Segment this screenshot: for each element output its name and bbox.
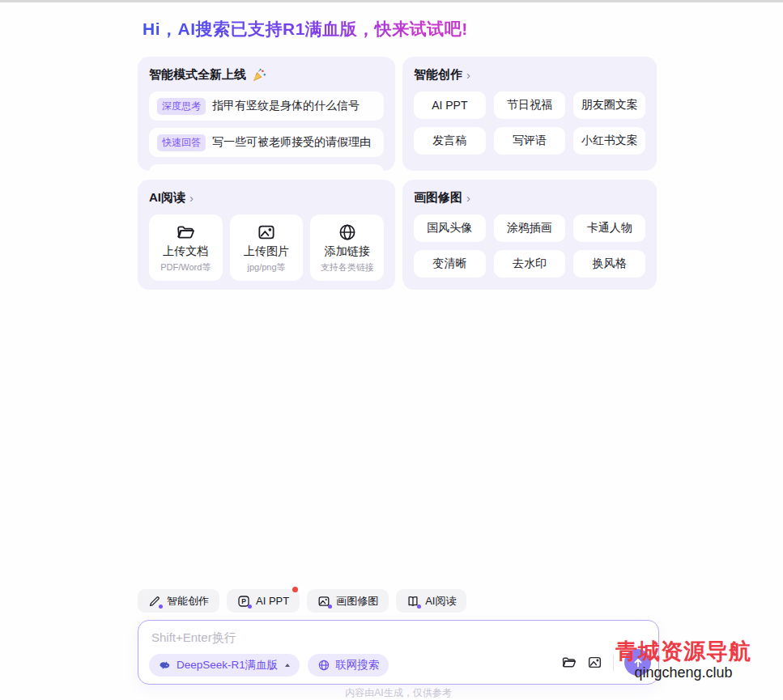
attach-file-button[interactable] — [561, 655, 577, 670]
image-editing-card-header[interactable]: 画图修图 › — [414, 190, 645, 206]
whale-icon — [159, 659, 172, 672]
send-button[interactable] — [624, 649, 651, 676]
send-arrow-icon — [632, 656, 645, 669]
web-search-toggle[interactable]: 联网搜索 — [308, 654, 389, 677]
ai-creation-card-header[interactable]: 智能创作 › — [414, 67, 645, 83]
image-icon — [257, 223, 276, 242]
tile-sublabel: 支持各类链接 — [321, 261, 374, 274]
toolbar-item-ai-reading[interactable]: AI阅读 — [396, 589, 466, 613]
image-editing-card: 画图修图 › 国风头像 涂鸦插画 卡通人物 变清晰 去水印 换风格 — [402, 180, 657, 290]
accent-dot — [328, 605, 332, 609]
upload-document-tile[interactable]: 上传文档 PDF/Word等 — [149, 214, 223, 281]
creation-button-ai-ppt[interactable]: AI PPT — [414, 91, 486, 119]
toolbar-item-label: 智能创作 — [167, 594, 209, 609]
page-title: Hi，AI搜索已支持R1满血版，快来试试吧! — [143, 18, 468, 40]
suggestion-row-clipped[interactable] — [149, 164, 384, 171]
toolbar-item-label: 画图修图 — [336, 594, 378, 609]
drawing-button-grid: 国风头像 涂鸦插画 卡通人物 变清晰 去水印 换风格 — [414, 214, 645, 278]
tile-label: 上传图片 — [244, 244, 289, 259]
folder-icon — [561, 655, 577, 670]
drawing-button-remove-watermark[interactable]: 去水印 — [494, 250, 566, 278]
ai-reading-card-header[interactable]: AI阅读 › — [149, 190, 384, 206]
ai-reading-card: AI阅读 › 上传文档 PDF/Word等 上传图片 jpg/png等 — [138, 180, 395, 290]
caret-up-icon — [285, 664, 290, 667]
tile-label: 上传文档 — [163, 244, 208, 259]
notification-dot — [292, 587, 298, 592]
ppt-icon: P — [237, 595, 250, 608]
ai-creation-title: 智能创作 — [414, 67, 462, 83]
chevron-right-icon: › — [466, 68, 470, 82]
accent-dot — [417, 605, 421, 609]
tile-label: 添加链接 — [325, 244, 370, 259]
web-search-label: 联网搜索 — [335, 658, 379, 672]
feature-toolbar: 智能创作 P AI PPT 画图修图 — [138, 589, 466, 613]
drawing-button-guofeng-avatar[interactable]: 国风头像 — [414, 214, 486, 242]
ai-reading-title: AI阅读 — [149, 190, 185, 206]
toolbar-item-label: AI PPT — [256, 595, 289, 607]
attach-image-button[interactable] — [587, 655, 602, 670]
suggestion-row[interactable]: 深度思考 指甲有竖纹是身体的什么信号 — [149, 91, 384, 121]
top-loading-bar — [0, 0, 783, 2]
input-placeholder: Shift+Enter换行 — [151, 630, 236, 646]
accent-dot — [159, 605, 163, 609]
smart-mode-card: 智能模式全新上线 深度思考 指甲有竖纹是身体的什么信号 快速回答 写一些可被老师… — [138, 57, 395, 171]
globe-icon — [338, 223, 357, 242]
suggestion-row[interactable]: 快速回答 写一些可被老师接受的请假理由 — [149, 128, 384, 157]
chevron-right-icon: › — [189, 191, 194, 205]
creation-button-moments[interactable]: 朋友圈文案 — [573, 91, 645, 119]
creation-button-xiaohongshu[interactable]: 小红书文案 — [573, 127, 645, 155]
divider — [613, 655, 614, 671]
toolbar-item-image-editing[interactable]: 画图修图 — [307, 589, 389, 613]
drawing-button-doodle[interactable]: 涂鸦插画 — [494, 214, 566, 242]
chevron-right-icon: › — [466, 191, 470, 205]
model-selector[interactable]: DeepSeek-R1满血版 — [149, 654, 300, 677]
ai-disclaimer: 内容由AI生成，仅供参考 — [138, 686, 659, 700]
svg-text:P: P — [241, 597, 246, 605]
add-link-tile[interactable]: 添加链接 支持各类链接 — [310, 214, 384, 281]
smart-mode-card-header: 智能模式全新上线 — [149, 67, 384, 83]
deep-think-badge: 深度思考 — [157, 98, 206, 115]
suggestion-text: 写一些可被老师接受的请假理由 — [212, 135, 371, 150]
ai-creation-card: 智能创作 › AI PPT 节日祝福 朋友圈文案 发言稿 写评语 小红书文案 — [402, 57, 657, 171]
creation-button-festival[interactable]: 节日祝福 — [494, 91, 566, 119]
tile-sublabel: jpg/png等 — [247, 261, 285, 274]
app-page: Hi，AI搜索已支持R1满血版，快来试试吧! 智能模式全新上线 深度思考 指甲有… — [0, 0, 783, 700]
composer-actions — [561, 649, 651, 676]
tile-sublabel: PDF/Word等 — [160, 261, 211, 274]
suggestion-text: 指甲有竖纹是身体的什么信号 — [212, 99, 360, 113]
model-selector-label: DeepSeek-R1满血版 — [177, 658, 278, 672]
pen-icon — [148, 595, 161, 608]
composer-controls: DeepSeek-R1满血版 联网搜索 — [149, 654, 389, 677]
toolbar-item-creation[interactable]: 智能创作 — [138, 589, 219, 613]
toolbar-item-ai-ppt[interactable]: P AI PPT — [227, 589, 300, 613]
globe-icon — [317, 659, 330, 672]
creation-button-comment[interactable]: 写评语 — [494, 127, 566, 155]
quick-answer-badge: 快速回答 — [157, 134, 206, 151]
drawing-button-enhance[interactable]: 变清晰 — [414, 250, 486, 278]
reading-tile-row: 上传文档 PDF/Word等 上传图片 jpg/png等 添加链接 — [149, 214, 384, 281]
folder-icon — [176, 223, 195, 242]
smart-mode-title: 智能模式全新上线 — [149, 67, 246, 83]
toolbar-item-label: AI阅读 — [425, 594, 456, 609]
message-input[interactable]: Shift+Enter换行 DeepSeek-R1满血版 联网搜索 — [138, 620, 659, 685]
image-icon — [587, 655, 602, 670]
creation-button-grid: AI PPT 节日祝福 朋友圈文案 发言稿 写评语 小红书文案 — [414, 91, 645, 155]
creation-button-speech[interactable]: 发言稿 — [414, 127, 486, 155]
image-icon — [317, 595, 330, 608]
drawing-button-cartoon[interactable]: 卡通人物 — [573, 214, 645, 242]
accent-dot — [248, 605, 252, 609]
image-editing-title: 画图修图 — [414, 190, 462, 206]
upload-image-tile[interactable]: 上传图片 jpg/png等 — [230, 214, 304, 281]
book-icon — [406, 595, 419, 608]
drawing-button-change-style[interactable]: 换风格 — [573, 250, 645, 278]
party-popper-icon — [252, 68, 266, 83]
